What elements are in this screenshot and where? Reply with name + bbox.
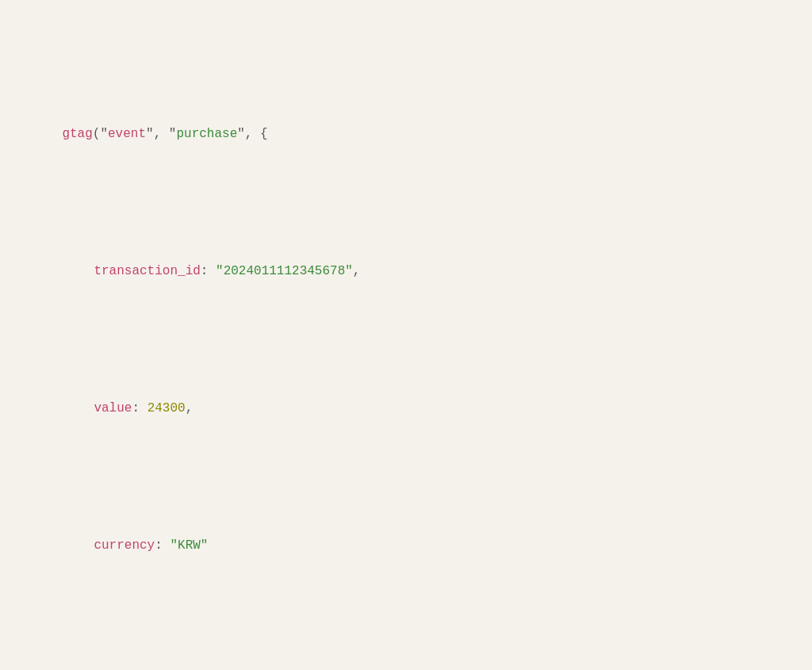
value-value: 24300 xyxy=(147,401,186,415)
value-key: value xyxy=(94,401,132,415)
line-currency: currency: "KRW" xyxy=(32,511,780,580)
line-transaction-id: transaction_id: "2024011112345678", xyxy=(32,237,780,305)
event-name: purchase xyxy=(176,127,237,141)
line-items: items: [ xyxy=(32,649,780,670)
function-name: gtag xyxy=(62,127,92,141)
event-type: event xyxy=(108,127,146,141)
code-display: gtag("event", "purchase", { transaction_… xyxy=(32,32,780,670)
line-gtag-open: gtag("event", "purchase", { xyxy=(32,100,780,168)
currency-key: currency xyxy=(94,538,155,553)
line-value: value: 24300, xyxy=(32,374,780,442)
transaction-id-key: transaction_id xyxy=(94,264,200,278)
currency-value: "KRW" xyxy=(170,538,208,553)
transaction-id-value: "2024011112345678" xyxy=(216,264,353,278)
